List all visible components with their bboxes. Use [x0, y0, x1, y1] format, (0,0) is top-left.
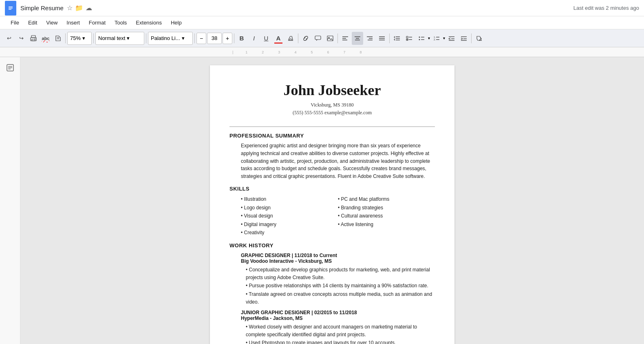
ruler: | 1 2 3 4 5 6 7 8 [0, 47, 644, 57]
separator-5 [234, 33, 234, 43]
svg-point-33 [419, 36, 420, 38]
style-dropdown[interactable]: Normal text ▾ [95, 32, 144, 45]
job-2: JUNIOR GRAPHIC DESIGNER | 02/2015 to 11/… [229, 310, 435, 344]
svg-point-35 [419, 39, 420, 40]
undo-button[interactable]: ↩ [3, 32, 15, 45]
skills-col-1: Illustration Logo design Visual design D… [241, 195, 338, 237]
separator-4 [194, 33, 195, 43]
skill-5: Creativity [241, 229, 338, 237]
job-2-bullet-1: Worked closely with designer and account… [241, 323, 435, 338]
redo-button[interactable]: ↪ [15, 32, 27, 45]
separator-7 [337, 33, 338, 43]
menu-extensions[interactable]: Extensions [132, 18, 166, 27]
bullet-list-chevron[interactable]: ▾ [428, 36, 430, 40]
bullet-list-button[interactable] [416, 32, 427, 45]
link-button[interactable] [300, 32, 311, 45]
job-2-title: JUNIOR GRAPHIC DESIGNER | 02/2015 to 11/… [241, 310, 435, 315]
skill-7: Branding strategies [338, 204, 435, 212]
bold-button[interactable]: B [236, 32, 247, 45]
separator-9 [471, 33, 472, 43]
underline-button[interactable]: U [260, 32, 272, 45]
sidebar-outline-icon[interactable] [4, 61, 17, 76]
divider-1 [229, 127, 435, 127]
separator-6 [298, 33, 298, 43]
menu-file[interactable]: File [7, 18, 23, 27]
star-icon[interactable]: ☆ [67, 4, 73, 12]
svg-point-7 [35, 38, 35, 39]
zoom-dropdown[interactable]: 75% ▾ [67, 32, 92, 45]
svg-rect-2 [9, 8, 13, 9]
clear-formatting-button[interactable] [473, 32, 485, 45]
work-title: WORK HISTORY [229, 242, 435, 249]
font-size-increase[interactable]: + [223, 33, 232, 44]
job-1-bullet-1: Conceptualize and develop graphics produ… [241, 266, 435, 281]
skill-6: PC and Mac platforms [338, 195, 435, 203]
svg-rect-4 [31, 36, 35, 38]
skills-title: SKILLS [229, 186, 435, 192]
style-chevron: ▾ [127, 35, 130, 41]
skill-2: Logo design [241, 204, 338, 212]
sidebar [0, 57, 20, 344]
skill-9: Active listening [338, 220, 435, 229]
font-size-input[interactable]: 38 [207, 33, 222, 44]
job-1-company: Big Voodoo Interactive - Vicksburg, MS [241, 258, 435, 264]
comment-button[interactable] [312, 32, 324, 45]
text-color-a: A [276, 35, 281, 42]
print-button[interactable] [28, 32, 39, 45]
spellcheck-button[interactable]: abc [40, 32, 51, 45]
resume-address: Vicksburg, MS 39180 [229, 101, 435, 109]
doc-area[interactable]: John Jobseeker Vicksburg, MS 39180 (555)… [20, 57, 644, 344]
main-area: John Jobseeker Vicksburg, MS 39180 (555)… [0, 57, 644, 344]
numbered-list-button[interactable]: 1.2. [431, 32, 442, 45]
menu-insert[interactable]: Insert [62, 18, 84, 27]
cloud-icon[interactable]: ☁ [86, 4, 92, 12]
paint-format-button[interactable] [52, 32, 64, 45]
line-spacing-button[interactable] [391, 32, 403, 45]
decrease-indent-button[interactable] [446, 32, 457, 45]
skills-col-2: PC and Mac platforms Branding strategies… [338, 195, 435, 237]
svg-rect-1 [9, 7, 13, 7]
svg-rect-6 [32, 39, 35, 41]
highlight-button[interactable] [285, 32, 296, 45]
align-right-button[interactable] [364, 32, 375, 45]
separator-1 [65, 33, 66, 43]
page[interactable]: John Jobseeker Vicksburg, MS 39180 (555)… [210, 65, 454, 344]
separator-3 [146, 33, 146, 43]
menu-edit[interactable]: Edit [24, 18, 41, 27]
zoom-value: 75% [70, 35, 81, 41]
image-button[interactable] [324, 32, 336, 45]
align-justify-button[interactable] [376, 32, 388, 45]
font-chevron: ▾ [182, 35, 185, 41]
skill-3: Visual design [241, 212, 338, 220]
menu-format[interactable]: Format [85, 18, 110, 27]
menu-tools[interactable]: Tools [110, 18, 131, 27]
skills-grid: Illustration Logo design Visual design D… [229, 195, 435, 237]
align-left-button[interactable] [340, 32, 351, 45]
skill-8: Cultural awareness [338, 212, 435, 220]
menu-help[interactable]: Help [167, 18, 186, 27]
align-center-button[interactable] [352, 32, 363, 45]
menu-view[interactable]: View [42, 18, 62, 27]
drive-icon[interactable]: 📁 [75, 4, 83, 12]
italic-button[interactable]: I [248, 32, 260, 45]
font-size-decrease[interactable]: − [196, 33, 206, 44]
numbered-list-chevron[interactable]: ▾ [443, 36, 445, 40]
summary-title: PROFESSIONAL SUMMARY [229, 133, 435, 139]
font-value: Palatino Li... [151, 35, 180, 41]
doc-title[interactable]: Simple Resume [20, 4, 64, 11]
checklist-button[interactable] [404, 32, 415, 45]
font-dropdown[interactable]: Palatino Li... ▾ [148, 32, 193, 45]
resume-header: John Jobseeker Vicksburg, MS 39180 (555)… [229, 82, 435, 117]
separator-2 [93, 33, 94, 43]
menu-bar: File Edit View Insert Format Tools Exten… [0, 16, 644, 29]
increase-indent-button[interactable] [458, 32, 470, 45]
text-color-button[interactable]: A [273, 32, 284, 45]
separator-8 [389, 33, 390, 43]
style-value: Normal text [98, 35, 125, 41]
svg-rect-3 [9, 9, 11, 10]
job-2-bullet-2: Used Photoshop to create images and layo… [241, 339, 435, 344]
last-edit: Last edit was 2 minutes ago [573, 5, 639, 11]
svg-rect-29 [406, 36, 408, 38]
doc-icon [5, 1, 16, 16]
title-bar: Simple Resume ☆ 📁 ☁ Last edit was 2 minu… [0, 0, 644, 16]
